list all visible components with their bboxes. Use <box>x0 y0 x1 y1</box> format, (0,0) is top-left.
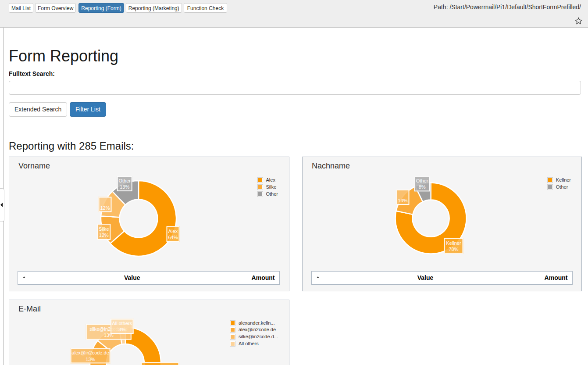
svg-text:alex@in2code.de: alex@in2code.de <box>72 350 109 355</box>
svg-text:12%: 12% <box>99 233 109 238</box>
svg-text:13%: 13% <box>120 184 129 190</box>
svg-text:Alex: Alex <box>168 229 178 234</box>
svg-text:8%: 8% <box>419 184 426 190</box>
svg-text:All others: All others <box>112 321 132 326</box>
svg-text:Other: Other <box>118 178 131 183</box>
svg-text:13%: 13% <box>86 357 95 362</box>
svg-text:3%: 3% <box>118 327 125 332</box>
svg-text:78%: 78% <box>449 247 458 252</box>
svg-text:Silke: Silke <box>99 226 109 232</box>
svg-text:12%: 12% <box>100 205 110 211</box>
svg-text:64%: 64% <box>168 235 178 240</box>
svg-text:Other: Other <box>416 178 428 183</box>
svg-text:14%: 14% <box>398 198 407 203</box>
svg-text:Kellner: Kellner <box>446 240 461 246</box>
